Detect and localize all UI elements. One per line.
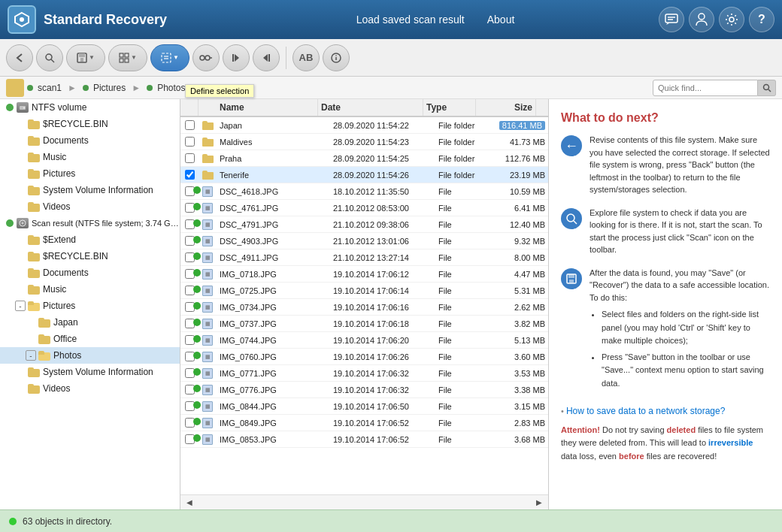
quick-find-input[interactable]	[653, 80, 758, 96]
tree-item-music-2[interactable]: Music	[0, 281, 180, 298]
tree-item-videos-1[interactable]: Videos	[0, 198, 180, 215]
save-button[interactable]: ▼	[66, 44, 105, 71]
photos-expand[interactable]: -	[26, 350, 36, 361]
col-type-header[interactable]: Type	[423, 99, 476, 116]
checkbox-input[interactable]	[185, 170, 195, 180]
table-row[interactable]: ▦IMG_0853.JPG19.10.2014 17:06:52File3.68…	[180, 431, 548, 448]
network-storage-link[interactable]: How to save data to a network storage?	[566, 406, 725, 416]
chat-button[interactable]	[659, 7, 684, 32]
row-name: IMG_0853.JPG	[217, 435, 330, 444]
search-button[interactable]	[36, 44, 63, 71]
row-checkbox[interactable]	[180, 117, 199, 133]
view-button[interactable]: ▼	[108, 44, 147, 71]
folder-icon	[38, 334, 50, 344]
row-date: 19.10.2014 17:06:12	[330, 270, 435, 279]
table-row[interactable]: ▦IMG_0718.JPG19.10.2014 17:06:12File4.47…	[180, 266, 548, 283]
quick-find-button[interactable]	[758, 80, 776, 96]
save-dropdown-arrow[interactable]: ▼	[89, 54, 95, 61]
col-check-header[interactable]	[180, 99, 199, 116]
tree-item-extend[interactable]: $Extend	[0, 231, 180, 248]
checkbox-input[interactable]	[185, 153, 195, 163]
tree-item-photos[interactable]: - Photos	[0, 347, 180, 364]
user-button[interactable]	[689, 7, 714, 32]
table-row[interactable]: ▦DSC_4618.JPG18.10.2012 11:35:50File10.5…	[180, 183, 548, 200]
define-selection-button[interactable]: ▼	[150, 44, 189, 71]
col-name-header[interactable]: Name	[217, 99, 318, 116]
table-row[interactable]: ▦IMG_0734.JPG19.10.2014 17:06:16File2.62…	[180, 299, 548, 316]
table-row[interactable]: ▦DSC_4911.JPG21.10.2012 13:27:14File8.00…	[180, 249, 548, 266]
next-button[interactable]	[253, 44, 280, 71]
tree-item-documents-1[interactable]: Documents	[0, 132, 180, 149]
scroll-right-button[interactable]: ▶	[533, 498, 545, 506]
selection-dropdown-arrow[interactable]: ▼	[173, 54, 179, 61]
tree-item-office[interactable]: Office	[0, 331, 180, 347]
svg-line-32	[768, 89, 771, 92]
breadcrumb-item-1[interactable]: scan1	[38, 83, 62, 93]
info-button[interactable]	[323, 44, 350, 71]
breadcrumb: scan1 ► Pictures ► Photos	[27, 83, 186, 93]
row-checkbox[interactable]	[180, 167, 199, 183]
table-row[interactable]: Tenerife28.09.2020 11:54:26File folder23…	[180, 167, 548, 183]
row-type: File	[435, 402, 488, 411]
font-button[interactable]: AВ	[292, 44, 320, 71]
table-row[interactable]: ▦IMG_0776.JPG19.10.2014 17:06:32File3.38…	[180, 382, 548, 398]
table-row[interactable]: Japan28.09.2020 11:54:22File folder816.4…	[180, 117, 548, 134]
settings-button[interactable]	[719, 7, 744, 32]
folder-icon	[28, 252, 40, 261]
row-date: 19.10.2014 17:06:50	[330, 402, 435, 411]
checkbox-input[interactable]	[185, 137, 195, 147]
tree-item-recycle-bin-1[interactable]: $RECYCLE.BIN	[0, 116, 180, 132]
table-row[interactable]: Maldives28.09.2020 11:54:23File folder41…	[180, 134, 548, 150]
status-dot	[193, 319, 201, 326]
tree-item-sysvolinfo-2[interactable]: System Volume Information	[0, 364, 180, 380]
table-row[interactable]: ▦IMG_0844.JPG19.10.2014 17:06:50File3.15…	[180, 398, 548, 415]
status-dot	[193, 401, 201, 409]
tree-item-recycle-bin-2[interactable]: $RECYCLE.BIN	[0, 248, 180, 264]
table-row[interactable]: ▦IMG_0744.JPG19.10.2014 17:06:20File5.13…	[180, 332, 548, 349]
col-size-header[interactable]: Size	[476, 99, 536, 116]
row-checkbox[interactable]	[180, 150, 199, 166]
pictures-expand[interactable]: -	[15, 301, 26, 311]
tree-item-pictures-1[interactable]: Pictures	[0, 165, 180, 182]
breadcrumb-item-3[interactable]: Photos	[157, 83, 185, 93]
breadcrumb-item-2[interactable]: Pictures	[93, 83, 126, 93]
table-row[interactable]: Praha28.09.2020 11:54:25File folder112.7…	[180, 150, 548, 167]
svg-rect-16	[125, 59, 129, 62]
load-scan-link[interactable]: Load saved scan result	[356, 14, 465, 26]
view-dropdown-arrow[interactable]: ▼	[131, 54, 137, 61]
row-checkbox[interactable]	[180, 134, 199, 150]
image-file-icon: ▦	[202, 219, 213, 230]
table-row[interactable]: ▦IMG_0760.JPG19.10.2014 17:06:26File3.60…	[180, 349, 548, 365]
table-row[interactable]: ▦IMG_0849.JPG19.10.2014 17:06:52File2.83…	[180, 415, 548, 431]
tree-item-japan[interactable]: Japan	[0, 314, 180, 331]
tree-item-videos-2[interactable]: Videos	[0, 380, 180, 397]
image-file-icon: ▦	[202, 368, 213, 379]
scroll-left-button[interactable]: ◀	[183, 498, 196, 506]
row-size: 816.41 MB	[488, 121, 548, 130]
back-button[interactable]	[6, 44, 33, 71]
help-button[interactable]: ?	[749, 7, 774, 32]
tree-item-pictures-2[interactable]: - Pictures	[0, 298, 180, 314]
tree-item-scan-result[interactable]: Scan result (NTFS file system; 3.74 GB i…	[0, 215, 180, 231]
info-section-save: After the data is found, you may "Save" …	[561, 267, 770, 395]
tree-item-ntfs-volume[interactable]: NTFS volume	[0, 99, 180, 116]
row-name: IMG_0734.JPG	[217, 303, 330, 312]
table-row[interactable]: ▦DSC_4791.JPG21.10.2012 09:38:06File12.4…	[180, 216, 548, 233]
tree-item-sysvolinfo-1[interactable]: System Volume Information	[0, 182, 180, 198]
table-row[interactable]: ▦IMG_0737.JPG19.10.2014 17:06:18File3.82…	[180, 316, 548, 332]
tree-item-music-1[interactable]: Music	[0, 149, 180, 165]
table-row[interactable]: ▦IMG_0771.JPG19.10.2014 17:06:32File3.53…	[180, 365, 548, 382]
table-row[interactable]: ▦DSC_4761.JPG21.10.2012 08:53:00File6.41…	[180, 200, 548, 216]
attention-label: Attention!	[561, 425, 600, 434]
row-date: 19.10.2014 17:06:32	[330, 369, 435, 378]
previous-button[interactable]	[223, 44, 250, 71]
row-file-icon	[199, 121, 217, 130]
checkbox-input[interactable]	[185, 120, 195, 130]
tree-item-documents-2[interactable]: Documents	[0, 264, 180, 281]
table-row[interactable]: ▦DSC_4903.JPG21.10.2012 13:01:06File9.32…	[180, 233, 548, 249]
about-link[interactable]: About	[487, 14, 515, 26]
col-date-header[interactable]: Date	[318, 99, 423, 116]
row-file-icon: ▦	[199, 418, 217, 428]
table-row[interactable]: ▦IMG_0725.JPG19.10.2014 17:06:14File5.31…	[180, 283, 548, 299]
find-button[interactable]	[192, 44, 220, 71]
